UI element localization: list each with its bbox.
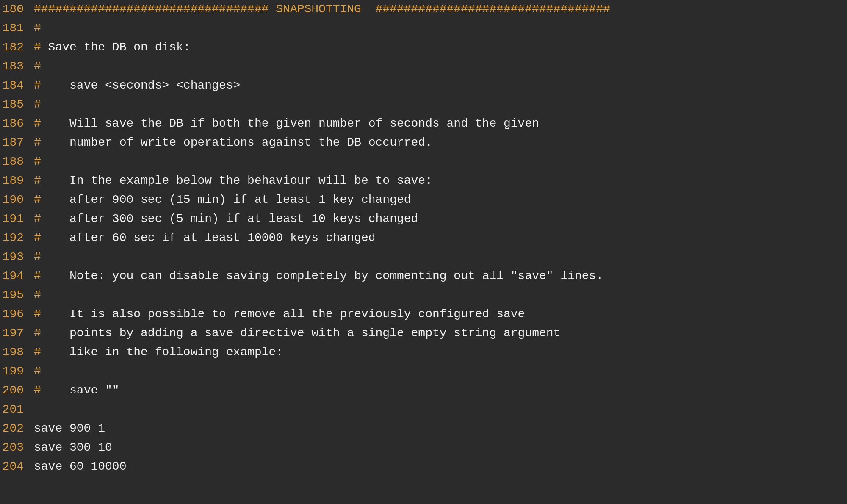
line-number: 183 [0, 57, 34, 75]
code-line: 185# [0, 95, 847, 114]
code-line: 183# [0, 57, 847, 76]
line-number: 182 [0, 38, 34, 56]
line-number: 189 [0, 172, 34, 190]
line-number: 203 [0, 438, 34, 457]
code-line: 182# Save the DB on disk: [0, 38, 847, 57]
line-number: 188 [0, 152, 34, 171]
code-line: 187# number of write operations against … [0, 133, 847, 152]
line-number: 198 [0, 343, 34, 361]
line-number: 197 [0, 324, 34, 342]
code-line: 189# In the example below the behaviour … [0, 172, 847, 191]
line-content: # number of write operations against the… [34, 133, 847, 152]
code-line: 203save 300 10 [0, 438, 847, 457]
line-content: # Save the DB on disk: [34, 38, 847, 56]
line-number: 201 [0, 400, 34, 418]
code-editor: 180################################# SNA… [0, 0, 847, 504]
code-line: 190# after 900 sec (15 min) if at least … [0, 191, 847, 210]
line-content: # after 900 sec (15 min) if at least 1 k… [34, 191, 847, 209]
line-content: # save "" [34, 381, 847, 399]
line-number: 191 [0, 210, 34, 228]
code-line: 180################################# SNA… [0, 0, 847, 19]
code-line: 188# [0, 152, 847, 172]
code-line: 195# [0, 286, 847, 305]
line-content: # It is also possible to remove all the … [34, 305, 847, 323]
line-number: 186 [0, 114, 34, 133]
line-number: 192 [0, 229, 34, 247]
line-content: # In the example below the behaviour wil… [34, 172, 847, 190]
line-content: # like in the following example: [34, 343, 847, 361]
line-number: 202 [0, 419, 34, 438]
code-line: 192# after 60 sec if at least 10000 keys… [0, 229, 847, 248]
code-line: 191# after 300 sec (5 min) if at least 1… [0, 210, 847, 229]
line-content: # after 60 sec if at least 10000 keys ch… [34, 229, 847, 247]
line-number: 195 [0, 286, 34, 304]
code-line: 199# [0, 362, 847, 381]
code-line: 181# [0, 19, 847, 38]
line-number: 181 [0, 19, 34, 37]
line-content: # after 300 sec (5 min) if at least 10 k… [34, 210, 847, 228]
line-content: # [34, 248, 847, 266]
line-content: save 300 10 [34, 438, 847, 457]
line-number: 193 [0, 248, 34, 266]
line-content: # points by adding a save directive with… [34, 324, 847, 342]
line-content: # [34, 286, 847, 304]
code-line: 198# like in the following example: [0, 343, 847, 362]
line-content: ################################# SNAPSH… [34, 0, 847, 18]
code-line: 184# save <seconds> <changes> [0, 76, 847, 95]
line-content: # [34, 57, 847, 75]
code-line: 202save 900 1 [0, 419, 847, 438]
line-content: # [34, 362, 847, 380]
line-number: 200 [0, 381, 34, 399]
line-number: 199 [0, 362, 34, 380]
line-number: 184 [0, 76, 34, 94]
line-number: 187 [0, 133, 34, 152]
line-number: 185 [0, 95, 34, 114]
code-line: 196# It is also possible to remove all t… [0, 305, 847, 324]
line-content: # Will save the DB if both the given num… [34, 114, 847, 133]
code-line: 186# Will save the DB if both the given … [0, 114, 847, 133]
code-line: 194# Note: you can disable saving comple… [0, 267, 847, 286]
line-content: # [34, 19, 847, 37]
line-number: 204 [0, 457, 34, 476]
line-number: 194 [0, 267, 34, 285]
line-number: 180 [0, 0, 34, 18]
line-number: 190 [0, 191, 34, 209]
code-line: 197# points by adding a save directive w… [0, 324, 847, 343]
line-content: # save <seconds> <changes> [34, 76, 847, 94]
line-content: # Note: you can disable saving completel… [34, 267, 847, 285]
line-content: # [34, 152, 847, 171]
code-line: 204save 60 10000 [0, 457, 847, 476]
line-content: save 60 10000 [34, 457, 847, 476]
code-line: 193# [0, 248, 847, 267]
line-content: save 900 1 [34, 419, 847, 438]
line-number: 196 [0, 305, 34, 323]
line-content: # [34, 95, 847, 114]
code-line: 201 [0, 400, 847, 419]
code-line: 200# save "" [0, 381, 847, 400]
